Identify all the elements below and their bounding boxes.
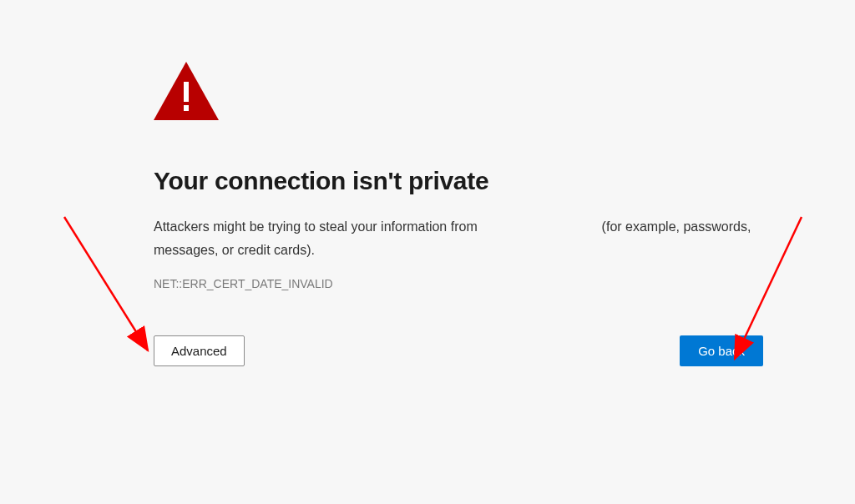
button-row: Advanced Go back (154, 335, 763, 366)
warning-body-text: Attackers might be trying to steal your … (154, 215, 763, 262)
arrow-to-advanced (64, 217, 148, 350)
error-page-content: Your connection isn't private Attackers … (154, 62, 763, 366)
body-text-part-1: Attackers might be trying to steal your … (154, 219, 481, 234)
error-code: NET::ERR_CERT_DATE_INVALID (154, 277, 763, 290)
svg-rect-1 (184, 82, 189, 102)
svg-rect-2 (184, 105, 189, 111)
advanced-button[interactable]: Advanced (154, 335, 245, 366)
page-title: Your connection isn't private (154, 167, 763, 195)
warning-triangle-icon (154, 62, 219, 120)
go-back-button[interactable]: Go back (680, 335, 763, 366)
